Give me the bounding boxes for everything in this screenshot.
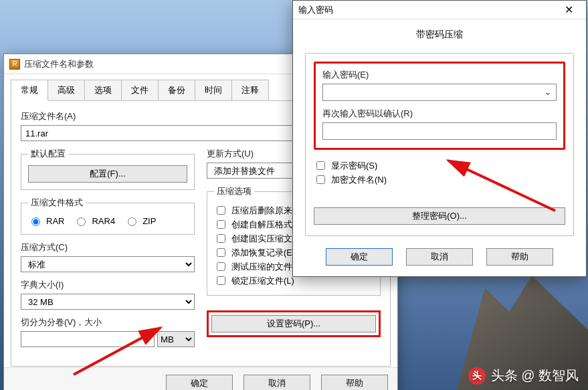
main-dialog-button-bar: 确定 取消 帮助: [4, 367, 397, 390]
pwd-help-button[interactable]: 帮助: [486, 248, 553, 266]
tab-general[interactable]: 常规: [11, 80, 48, 101]
show-password-checkbox[interactable]: 显示密码(S): [314, 159, 565, 172]
organize-passwords-button[interactable]: 整理密码(O)...: [314, 207, 565, 225]
tab-files[interactable]: 文件: [121, 80, 159, 101]
watermark-text: 头条 @ 数智风: [491, 367, 579, 385]
pwd-button-bar: 确定 取消 帮助: [305, 248, 574, 266]
format-rar4[interactable]: RAR4: [74, 215, 115, 226]
pwd-input-highlight: 输入密码(E) 再次输入密码以确认(R): [314, 62, 565, 150]
tab-time[interactable]: 时间: [195, 80, 232, 101]
pwd-title-bar[interactable]: 输入密码 ✕: [293, 1, 586, 19]
format-label: 压缩文件格式: [28, 197, 86, 209]
pwd-enter-input[interactable]: [327, 84, 540, 100]
pwd-confirm-input[interactable]: [322, 122, 557, 140]
pwd-frame: 输入密码(E) 再次输入密码以确认(R) 显示密码(S) 加密文件名(N) 整理…: [305, 53, 574, 236]
pwd-window-title: 输入密码: [298, 4, 333, 16]
close-icon[interactable]: ✕: [557, 3, 581, 17]
watermark: 头 头条 @ 数智风: [468, 367, 579, 385]
compress-options-label: 压缩选项: [214, 185, 254, 197]
split-unit-select[interactable]: MB: [157, 331, 195, 347]
tab-options[interactable]: 选项: [84, 80, 122, 101]
main-ok-button[interactable]: 确定: [166, 375, 233, 390]
tab-comment[interactable]: 注释: [231, 80, 269, 101]
pwd-confirm-label: 再次输入密码以确认(R): [322, 108, 557, 120]
winrar-icon: R: [9, 59, 20, 70]
format-zip[interactable]: ZIP: [124, 215, 156, 226]
profile-button[interactable]: 配置(F)...: [28, 165, 187, 183]
encrypt-names-checkbox[interactable]: 加密文件名(N): [314, 173, 565, 186]
method-label: 压缩方式(C): [21, 241, 195, 254]
password-dialog: 输入密码 ✕ 带密码压缩 输入密码(E) 再次输入密码以确认(R) 显示密码(S…: [292, 0, 587, 277]
pwd-heading: 带密码压缩: [305, 29, 574, 41]
pwd-enter-combo[interactable]: [322, 84, 557, 101]
watermark-logo-icon: 头: [468, 367, 486, 385]
split-size-input[interactable]: [21, 331, 155, 347]
set-password-highlight: 设置密码(P)...: [207, 310, 381, 337]
tab-backup[interactable]: 备份: [158, 80, 195, 101]
main-cancel-button[interactable]: 取消: [243, 375, 310, 390]
tab-advanced[interactable]: 高级: [47, 80, 85, 101]
default-profile-label: 默认配置: [28, 148, 68, 160]
dict-select[interactable]: 32 MB: [21, 294, 195, 310]
set-password-button[interactable]: 设置密码(P)...: [211, 315, 376, 332]
dict-label: 字典大小(I): [21, 279, 195, 291]
split-label: 切分为分卷(V)，大小: [21, 316, 195, 328]
pwd-enter-label: 输入密码(E): [322, 69, 557, 81]
main-help-button[interactable]: 帮助: [321, 375, 388, 390]
pwd-ok-button[interactable]: 确定: [326, 248, 393, 266]
format-rar[interactable]: RAR: [28, 215, 64, 226]
method-select[interactable]: 标准: [21, 256, 195, 272]
pwd-cancel-button[interactable]: 取消: [406, 248, 473, 266]
dialog-title: 压缩文件名和参数: [24, 58, 94, 70]
